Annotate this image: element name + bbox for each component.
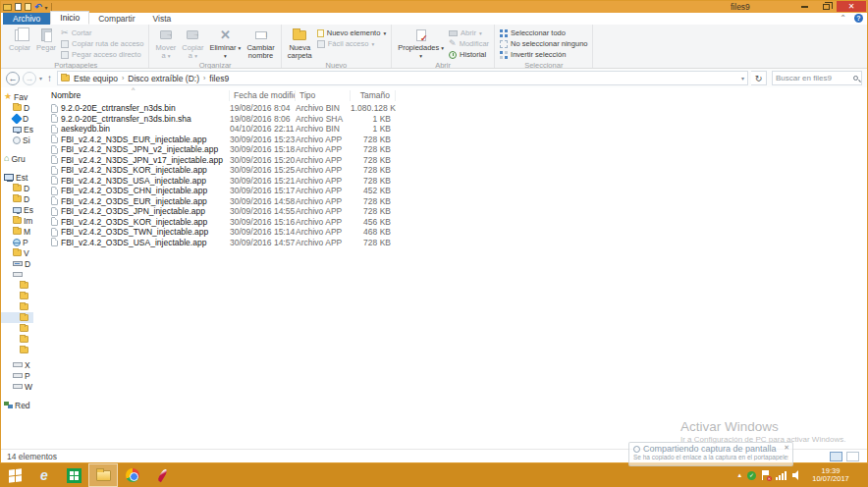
taskbar-button-file-explorer[interactable] — [88, 463, 118, 487]
sidebar-item-d[interactable]: D — [1, 183, 33, 193]
notification-close-icon[interactable]: ✕ — [784, 444, 789, 452]
column-header-fecha[interactable]: Fecha de modifica... — [230, 90, 296, 101]
screenshot-notification[interactable]: Compartiendo captura de pantalla Se ha c… — [628, 442, 793, 466]
sidebar-item-est[interactable]: Est — [1, 172, 33, 183]
ribbon-button-copiar-a[interactable]: Copiara ▾ — [179, 27, 206, 60]
sidebar-item-si[interactable]: Si — [1, 135, 33, 145]
ribbon-button-eliminar[interactable]: ✕Eliminar ▾▾ — [206, 27, 244, 60]
help-icon[interactable]: ? — [854, 14, 863, 23]
sidebar-item-es[interactable]: Es — [1, 124, 33, 135]
table-row[interactable]: FBI_v2.4.2_O3DS_USA_injectable.app30/09/… — [33, 238, 867, 248]
ribbon-button-pegar[interactable]: Pegar — [33, 27, 59, 52]
forward-button[interactable]: → — [23, 72, 36, 85]
details-view-button[interactable] — [830, 452, 842, 461]
column-header-tamano[interactable]: Tamaño — [351, 90, 396, 101]
ribbon-button-cortar[interactable]: ✂Cortar — [59, 27, 145, 38]
sidebar-item[interactable] — [1, 280, 33, 291]
ribbon-button-abrir[interactable]: Abrir▾ — [447, 27, 491, 38]
ribbon-button-nuevo-elemento[interactable]: Nuevo elemento▾ — [315, 27, 388, 38]
action-center-flag-icon[interactable]: ✕ — [762, 470, 770, 480]
undo-icon[interactable]: ↶ — [34, 3, 42, 12]
sidebar-item-d[interactable]: D — [1, 102, 33, 113]
taskbar-clock[interactable]: 19:39 10/07/2017 — [808, 467, 853, 484]
sidebar-item[interactable] — [1, 323, 33, 334]
table-row[interactable]: FBI_v2.4.2_O3DS_KOR_injectable.app30/09/… — [33, 217, 867, 228]
ribbon-button-invertir-selección[interactable]: Invertir selección — [498, 49, 589, 60]
up-button[interactable]: ↑ — [47, 73, 52, 83]
table-row[interactable]: FBI_v2.4.2_N3DS_USA_injectable.app30/09/… — [33, 176, 867, 187]
minimize-ribbon-chevron-icon[interactable]: ⌃ — [840, 15, 846, 23]
hidden-icons-chevron-icon[interactable]: ▴ — [737, 471, 741, 479]
breadcrumb-segment[interactable]: files9 — [209, 74, 229, 83]
tab-archivo[interactable]: Archivo — [3, 13, 50, 25]
sidebar-item-p[interactable]: P — [1, 370, 33, 381]
table-row[interactable]: 9.2.0-20E_ctrtransfer_n3ds.bin19/08/2016… — [33, 103, 867, 114]
sidebar-item[interactable] — [1, 334, 33, 345]
sidebar-item-es[interactable]: Es — [1, 204, 33, 215]
sidebar-item-d[interactable]: D — [1, 258, 33, 269]
ribbon-button-mover-a[interactable]: Movera ▾ — [152, 27, 179, 60]
breadcrumb-segment[interactable]: Este equipo — [74, 74, 118, 83]
tab-vista[interactable]: Vista — [144, 13, 181, 25]
back-button[interactable]: ← — [6, 72, 20, 85]
tab-compartir[interactable]: Compartir — [89, 13, 143, 25]
taskbar-button-lightshot[interactable] — [147, 463, 177, 487]
sidebar-item[interactable] — [1, 345, 33, 355]
table-row[interactable]: FBI_v2.4.2_N3DS_EUR_injectable.app30/09/… — [33, 135, 867, 145]
ribbon-button-no-seleccionar-ninguno[interactable]: No seleccionar ninguno — [498, 38, 589, 49]
sidebar-item-d[interactable]: D — [1, 193, 33, 204]
ribbon-button-nueva-carpeta[interactable]: Nuevacarpeta — [285, 27, 315, 60]
refresh-button[interactable]: ↻ — [751, 71, 767, 85]
sidebar-item-p[interactable]: P — [1, 237, 33, 247]
table-row[interactable]: FBI_v2.4.2_O3DS_EUR_injectable.app30/09/… — [33, 196, 867, 207]
search-input[interactable]: Buscar en files9 — [772, 71, 862, 85]
sidebar-item-d[interactable]: D — [1, 113, 33, 124]
qat-customize-chevron-icon[interactable]: ▾ — [45, 4, 48, 11]
breadcrumb[interactable]: Este equipo›Disco extraíble (D:)›files9 … — [57, 71, 748, 85]
table-row[interactable]: FBI_v2.4.2_N3DS_JPN_v2_injectable.app30/… — [33, 144, 867, 155]
address-dropdown-icon[interactable]: ▾ — [741, 75, 744, 81]
volume-icon[interactable] — [792, 470, 802, 480]
taskbar-button-start[interactable] — [0, 463, 29, 487]
table-row[interactable]: FBI_v2.4.2_N3DS_KOR_injectable.app30/09/… — [33, 165, 867, 176]
table-row[interactable]: aeskeydb.bin04/10/2016 22:11Archivo BIN1… — [33, 124, 867, 135]
taskbar-button-chrome[interactable] — [118, 463, 147, 487]
ribbon-button-modificar[interactable]: ✎Modificar — [447, 38, 491, 49]
table-row[interactable]: FBI_v2.4.2_N3DS_JPN_v17_injectable.app30… — [33, 155, 867, 166]
taskbar-button-store[interactable] — [59, 463, 88, 487]
thumbnails-view-button[interactable] — [846, 452, 859, 461]
sidebar-item-v[interactable]: V — [1, 247, 33, 258]
table-row[interactable]: 9.2.0-20E_ctrtransfer_n3ds.bin.sha19/08/… — [33, 114, 867, 125]
ribbon-button-seleccionar-todo[interactable]: Seleccionar todo — [498, 27, 589, 38]
close-button[interactable]: ✕ — [837, 1, 866, 12]
sidebar-item-gru[interactable]: ⌂Gru — [1, 153, 33, 164]
qat-properties-icon[interactable] — [25, 3, 31, 11]
tab-inicio[interactable]: Inicio — [50, 11, 89, 25]
ribbon-button-fácil-acceso[interactable]: Fácil acceso▾ — [315, 38, 388, 49]
sidebar-item-x[interactable]: X — [1, 359, 33, 370]
sidebar-item-fav[interactable]: ★Fav — [1, 91, 33, 102]
minimize-button[interactable] — [793, 1, 815, 12]
ribbon-button-copiar[interactable]: Copiar — [6, 27, 33, 52]
sidebar-item-selected-folder[interactable] — [1, 312, 33, 323]
sidebar-item-im[interactable]: Im — [1, 215, 33, 226]
sidebar-item[interactable] — [1, 301, 33, 312]
restore-button[interactable] — [815, 1, 837, 12]
sidebar-item[interactable] — [1, 291, 33, 301]
sidebar-item[interactable] — [1, 269, 33, 280]
breadcrumb-segment[interactable]: Disco extraíble (D:) — [128, 74, 199, 83]
network-signal-icon[interactable] — [776, 470, 787, 480]
ribbon-button-pegar-acceso-directo[interactable]: Pegar acceso directo — [59, 49, 145, 60]
qat-new-item-icon[interactable] — [15, 3, 22, 11]
ribbon-button-cambiar-nombre[interactable]: Cambiarnombre — [244, 27, 277, 60]
ribbon-button-propiedades[interactable]: Propiedades ▾▾ — [395, 27, 447, 60]
taskbar-button-internet-explorer[interactable]: e — [29, 463, 59, 487]
sync-status-icon[interactable]: ✓ — [747, 471, 756, 480]
ribbon-button-copiar-ruta-de-acceso[interactable]: Copiar ruta de acceso — [59, 38, 145, 49]
table-row[interactable]: FBI_v2.4.2_O3DS_JPN_injectable.app30/09/… — [33, 206, 867, 217]
sidebar-item-w[interactable]: W — [1, 381, 33, 392]
table-row[interactable]: FBI_v2.4.2_O3DS_CHN_injectable.app30/09/… — [33, 186, 867, 196]
table-row[interactable]: FBI_v2.4.2_O3DS_TWN_injectable.app30/09/… — [33, 227, 867, 238]
history-dropdown-icon[interactable]: ▾ — [39, 75, 42, 81]
sidebar-item-red[interactable]: Red — [1, 400, 33, 410]
